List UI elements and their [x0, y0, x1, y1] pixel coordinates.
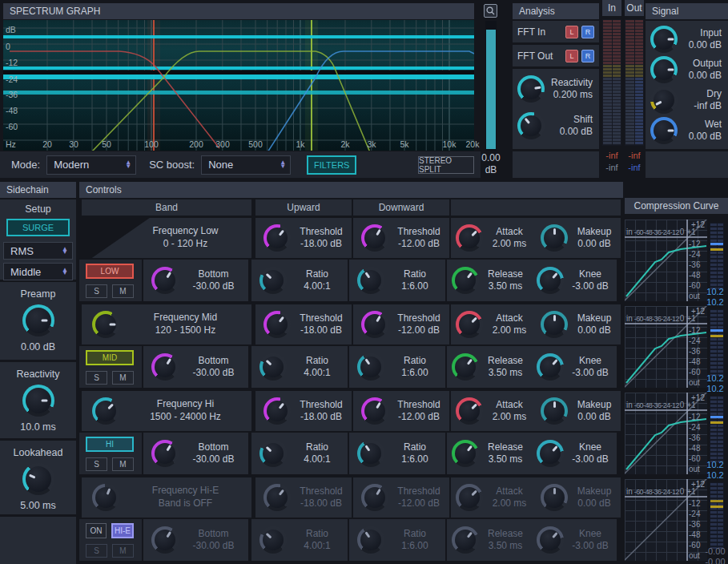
- input-peak-value: -inf: [602, 163, 621, 172]
- ratio-down-cell: Ratio1:6.00: [349, 519, 445, 561]
- threshold-down-knob[interactable]: [361, 484, 388, 511]
- makeup-knob[interactable]: [541, 224, 568, 252]
- threshold-down-knob[interactable]: [361, 224, 388, 252]
- solo-button[interactable]: S: [86, 371, 107, 385]
- band-frequency-knob[interactable]: [92, 311, 119, 338]
- release-knob[interactable]: [452, 440, 479, 467]
- preamp-knob[interactable]: [22, 304, 54, 336]
- threshold-up-knob[interactable]: [263, 224, 291, 252]
- mute-button[interactable]: M: [112, 544, 134, 558]
- ratio-down-knob[interactable]: [357, 440, 384, 467]
- knee-knob[interactable]: [537, 526, 564, 554]
- fft-out-right-button[interactable]: R: [581, 50, 594, 62]
- knob-label: Knee: [569, 441, 612, 453]
- band-frequency-knob[interactable]: [92, 484, 119, 511]
- detector-mode-dropdown[interactable]: RMS ▲▼: [3, 242, 73, 260]
- out-label: out: [689, 377, 700, 388]
- attack-knob[interactable]: [456, 224, 483, 252]
- makeup-knob[interactable]: [541, 397, 568, 425]
- knee-knob[interactable]: [537, 267, 564, 294]
- analysis-shift-knob[interactable]: [517, 112, 545, 139]
- knob-value: -12.00 dB: [393, 238, 444, 250]
- channel-position-dropdown[interactable]: Middle ▲▼: [3, 263, 73, 280]
- threshold-up-knob[interactable]: [263, 311, 291, 338]
- bottom-knob[interactable]: [151, 526, 179, 554]
- x-ticks: -60-48-36-24-12: [634, 228, 679, 236]
- ratio-down-knob[interactable]: [357, 353, 384, 381]
- threshold-up-knob[interactable]: [263, 484, 291, 511]
- knob-label: Ratio: [389, 528, 440, 540]
- knee-knob[interactable]: [537, 440, 564, 467]
- threshold-down-knob[interactable]: [361, 311, 388, 338]
- compression-curve-block: +12 in -60-48-36-24-12 0 +12 -12 -24 -36…: [623, 304, 728, 389]
- ratio-up-knob[interactable]: [259, 267, 287, 294]
- stereo-split-button[interactable]: STEREO SPLIT: [418, 156, 474, 174]
- band-select-button[interactable]: HI-E: [111, 523, 134, 538]
- attack-knob[interactable]: [456, 397, 483, 425]
- mute-button[interactable]: M: [112, 284, 134, 298]
- attack-knob[interactable]: [456, 484, 483, 511]
- surge-button[interactable]: SURGE: [6, 219, 70, 236]
- threshold-down-cell: Threshold-12.00 dB: [353, 218, 449, 258]
- ratio-down-knob[interactable]: [357, 267, 384, 294]
- release-knob[interactable]: [452, 267, 479, 294]
- mode-dropdown[interactable]: Modern ▲▼: [46, 155, 136, 175]
- fft-out-left-button[interactable]: L: [565, 50, 578, 62]
- solo-button[interactable]: S: [86, 457, 107, 471]
- input-clip-value: -inf: [602, 151, 621, 160]
- analysis-reactivity-knob[interactable]: [517, 75, 545, 103]
- spectrum-graph[interactable]: dB0-12-24-36-48-60Hz 2030501002003005001…: [3, 20, 474, 151]
- input-gain-knob[interactable]: [650, 26, 678, 53]
- x-plus: +12: [686, 487, 695, 496]
- threshold-bar[interactable]: [3, 35, 474, 38]
- mute-button[interactable]: M: [112, 457, 134, 471]
- solo-button[interactable]: S: [86, 284, 107, 298]
- filters-button[interactable]: FILTERS: [307, 155, 356, 175]
- dry-gain-knob[interactable]: [650, 87, 678, 114]
- bottom-knob[interactable]: [151, 353, 179, 381]
- sidechain-reactivity-knob[interactable]: [22, 385, 54, 417]
- knee-knob[interactable]: [537, 353, 564, 381]
- bottom-knob[interactable]: [151, 440, 179, 467]
- release-knob[interactable]: [452, 353, 479, 381]
- sc-boost-dropdown[interactable]: None ▲▼: [201, 155, 291, 175]
- zoom-button[interactable]: [484, 4, 497, 18]
- knob-label: Makeup: [573, 399, 616, 411]
- makeup-knob[interactable]: [541, 311, 568, 338]
- compression-curve-block: +12 in -60-48-36-24-12 0 +12 -12 -24 -36…: [623, 218, 728, 303]
- fft-in-right-button[interactable]: R: [581, 26, 594, 38]
- bottom-knob[interactable]: [151, 267, 179, 294]
- knob-label: Threshold: [393, 312, 444, 324]
- lookahead-knob[interactable]: [22, 463, 54, 495]
- ratio-down-knob[interactable]: [357, 526, 384, 554]
- output-level-meter: [485, 21, 497, 151]
- mute-button[interactable]: M: [112, 371, 134, 385]
- threshold-bar[interactable]: [3, 91, 474, 95]
- output-gain-knob[interactable]: [650, 56, 678, 83]
- threshold-down-knob[interactable]: [361, 397, 388, 425]
- band-on-button[interactable]: ON: [86, 523, 107, 538]
- wet-gain-knob[interactable]: [650, 117, 678, 144]
- knob-label: Ratio: [389, 441, 440, 453]
- ratio-up-knob[interactable]: [259, 440, 287, 467]
- band-name: Frequency Hi: [119, 398, 251, 411]
- makeup-knob[interactable]: [541, 484, 568, 511]
- ratio-up-knob[interactable]: [259, 526, 287, 554]
- fft-in-left-button[interactable]: L: [565, 26, 578, 38]
- threshold-bar[interactable]: [3, 66, 474, 70]
- dropdown-arrows-icon: ▲▼: [120, 161, 131, 168]
- analysis-title: Analysis: [513, 3, 599, 19]
- solo-button[interactable]: S: [86, 544, 107, 558]
- threshold-bar[interactable]: [3, 75, 474, 79]
- meter-rms-segment: [710, 248, 723, 251]
- ratio-up-knob[interactable]: [259, 353, 287, 381]
- threshold-up-knob[interactable]: [263, 397, 291, 425]
- knob-label: Output: [682, 58, 722, 70]
- release-knob[interactable]: [452, 526, 479, 554]
- band-select-button[interactable]: LOW: [86, 264, 134, 279]
- band-select-button[interactable]: MID: [86, 350, 134, 365]
- attack-knob[interactable]: [456, 311, 483, 338]
- knob-label: Input: [682, 27, 722, 39]
- band-frequency-knob[interactable]: [92, 397, 119, 425]
- band-select-button[interactable]: HI: [86, 437, 134, 452]
